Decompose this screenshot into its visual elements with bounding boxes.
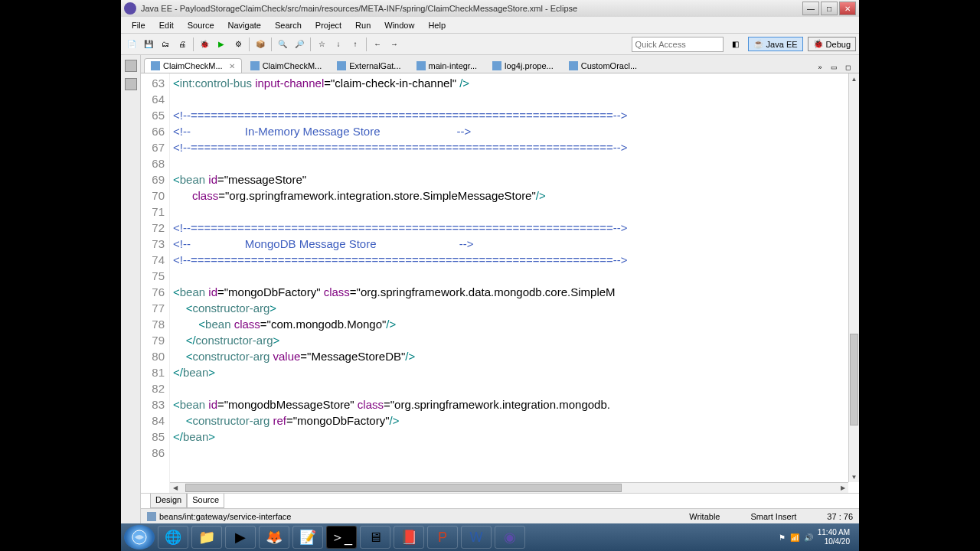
window-title: Java EE - PayloadStorageClaimCheck/src/m… xyxy=(141,4,802,13)
statusbar: beans/int:gateway/service-interface Writ… xyxy=(141,508,859,523)
taskbar-powerpoint[interactable]: P xyxy=(427,526,458,549)
design-tab[interactable]: Design xyxy=(150,494,187,508)
prev-annotation-button[interactable]: ↑ xyxy=(348,37,363,52)
tray-flag-icon[interactable]: ⚑ xyxy=(779,533,786,542)
scroll-right-icon[interactable]: ▶ xyxy=(838,483,848,493)
toggle-mark-button[interactable]: ☆ xyxy=(314,37,329,52)
status-position: 37 : 76 xyxy=(827,512,853,521)
toolbar: 📄 💾 🗂 🖨 🐞 ▶ ⚙ 📦 🔍 🔎 ☆ ↓ ↑ ← → ◧ ☕ Java E… xyxy=(121,34,859,55)
quick-access-input[interactable] xyxy=(632,37,724,52)
hscroll-thumb[interactable] xyxy=(185,484,622,492)
tab-label: ExternalGat... xyxy=(349,61,400,70)
properties-file-icon xyxy=(492,61,501,70)
status-writable: Writable xyxy=(689,512,720,521)
menu-navigate[interactable]: Navigate xyxy=(222,19,267,31)
tray-volume-icon[interactable]: 🔊 xyxy=(804,533,813,542)
restore-view-icon[interactable] xyxy=(125,60,137,72)
new-button[interactable]: 📄 xyxy=(124,37,139,52)
editor-page-tabs: Design Source xyxy=(141,493,859,508)
tab-claimcheck-active[interactable]: ClaimCheckM... ✕ xyxy=(144,58,242,73)
taskbar-app1[interactable]: 🖥 xyxy=(360,526,390,549)
menubar: File Edit Source Navigate Search Project… xyxy=(121,17,859,34)
maximize-editor-icon[interactable]: ◻ xyxy=(842,62,853,73)
menu-run[interactable]: Run xyxy=(349,19,377,31)
status-insert: Smart Insert xyxy=(750,512,796,521)
perspective-javaee-label: Java EE xyxy=(766,40,798,49)
taskbar-clock[interactable]: 11:40 AM 10/4/20 xyxy=(818,528,850,546)
taskbar-word[interactable]: W xyxy=(461,526,492,549)
menu-help[interactable]: Help xyxy=(422,19,452,31)
menu-source[interactable]: Source xyxy=(181,19,220,31)
nav-back-button[interactable]: ← xyxy=(370,37,385,52)
breadcrumb-text: beans/int:gateway/service-interface xyxy=(159,512,291,521)
show-list-icon[interactable]: » xyxy=(815,62,825,73)
run-last-button[interactable]: ⚙ xyxy=(230,37,246,52)
taskbar-notepad[interactable]: 📝 xyxy=(292,526,323,549)
vertical-scrollbar[interactable]: ▲ ▼ xyxy=(848,73,859,482)
tab-main-integr[interactable]: main-integr... xyxy=(410,58,485,73)
titlebar: Java EE - PayloadStorageClaimCheck/src/m… xyxy=(121,0,859,17)
editor-tabbar: ClaimCheckM... ✕ ClaimCheckM... External… xyxy=(141,55,859,73)
menu-file[interactable]: File xyxy=(126,19,152,31)
tab-label: ClaimCheckM... xyxy=(263,61,322,70)
xml-file-icon xyxy=(151,61,160,70)
perspective-javaee[interactable]: ☕ Java EE xyxy=(748,37,803,51)
menu-edit[interactable]: Edit xyxy=(153,19,180,31)
minimize-editor-icon[interactable]: ▭ xyxy=(828,62,839,73)
minimize-button[interactable]: — xyxy=(802,2,819,15)
scroll-left-icon[interactable]: ◀ xyxy=(170,483,181,493)
taskbar-media[interactable]: ▶ xyxy=(225,526,256,549)
start-button[interactable] xyxy=(124,525,155,549)
save-button[interactable]: 💾 xyxy=(141,37,156,52)
close-button[interactable]: ✕ xyxy=(839,2,856,15)
tab-externalgat[interactable]: ExternalGat... xyxy=(330,58,407,73)
menu-search[interactable]: Search xyxy=(269,19,308,31)
run-button[interactable]: ▶ xyxy=(214,37,229,52)
taskbar-firefox[interactable]: 🦊 xyxy=(259,526,289,549)
xml-file-icon xyxy=(337,61,346,70)
clock-date: 10/4/20 xyxy=(818,537,850,546)
editor-area: ClaimCheckM... ✕ ClaimCheckM... External… xyxy=(141,55,859,508)
eclipse-icon xyxy=(124,2,136,15)
debug-button[interactable]: 🐞 xyxy=(197,37,212,52)
nav-forward-button[interactable]: → xyxy=(387,37,402,52)
menu-window[interactable]: Window xyxy=(378,19,420,31)
maximize-button[interactable]: □ xyxy=(821,2,838,15)
taskbar-ie[interactable]: 🌐 xyxy=(158,526,188,549)
scroll-down-icon[interactable]: ▼ xyxy=(849,471,859,482)
package-explorer-icon[interactable] xyxy=(125,78,137,90)
tab-label: log4j.prope... xyxy=(505,61,554,70)
new-server-button[interactable]: 📦 xyxy=(253,37,268,52)
xml-file-icon xyxy=(416,61,426,70)
source-tab[interactable]: Source xyxy=(187,494,224,508)
taskbar-cmd[interactable]: ＞_ xyxy=(326,526,357,549)
menu-project[interactable]: Project xyxy=(309,19,348,31)
scroll-up-icon[interactable]: ▲ xyxy=(849,73,859,84)
perspective-debug[interactable]: 🐞 Debug xyxy=(808,37,856,51)
next-annotation-button[interactable]: ↓ xyxy=(331,37,346,52)
code-content[interactable]: <int:control-bus input-channel="claim-ch… xyxy=(170,73,859,493)
tray-network-icon[interactable]: 📶 xyxy=(790,533,799,542)
open-type-button[interactable]: 🔍 xyxy=(275,37,290,52)
taskbar-acrobat[interactable]: 📕 xyxy=(394,526,424,549)
tab-label: main-integr... xyxy=(429,61,478,70)
code-editor[interactable]: 6364656667686970717273747576777879808182… xyxy=(141,73,859,493)
taskbar-explorer[interactable]: 📁 xyxy=(191,526,222,549)
system-tray[interactable]: ⚑ 📶 🔊 11:40 AM 10/4/20 xyxy=(779,528,856,546)
java-file-icon xyxy=(569,61,578,70)
debug-icon: 🐞 xyxy=(813,39,824,49)
open-perspective-button[interactable]: ◧ xyxy=(728,37,743,52)
vscroll-thumb[interactable] xyxy=(850,334,858,425)
horizontal-scrollbar[interactable]: ◀ ▶ xyxy=(170,482,848,493)
tab-customoracl[interactable]: CustomOracl... xyxy=(562,58,644,73)
windows-taskbar: 🌐 📁 ▶ 🦊 📝 ＞_ 🖥 📕 P W ◉ ⚑ 📶 🔊 11:40 AM 10… xyxy=(121,523,859,551)
tab-label: CustomOracl... xyxy=(581,61,637,70)
tab-close-icon[interactable]: ✕ xyxy=(229,62,235,70)
xml-file-icon xyxy=(250,61,260,70)
search-button[interactable]: 🔎 xyxy=(292,37,307,52)
print-button[interactable]: 🖨 xyxy=(175,37,190,52)
tab-claimcheck-2[interactable]: ClaimCheckM... xyxy=(243,58,329,73)
taskbar-eclipse[interactable]: ◉ xyxy=(495,526,525,549)
save-all-button[interactable]: 🗂 xyxy=(158,37,173,52)
tab-log4j[interactable]: log4j.prope... xyxy=(485,58,560,73)
